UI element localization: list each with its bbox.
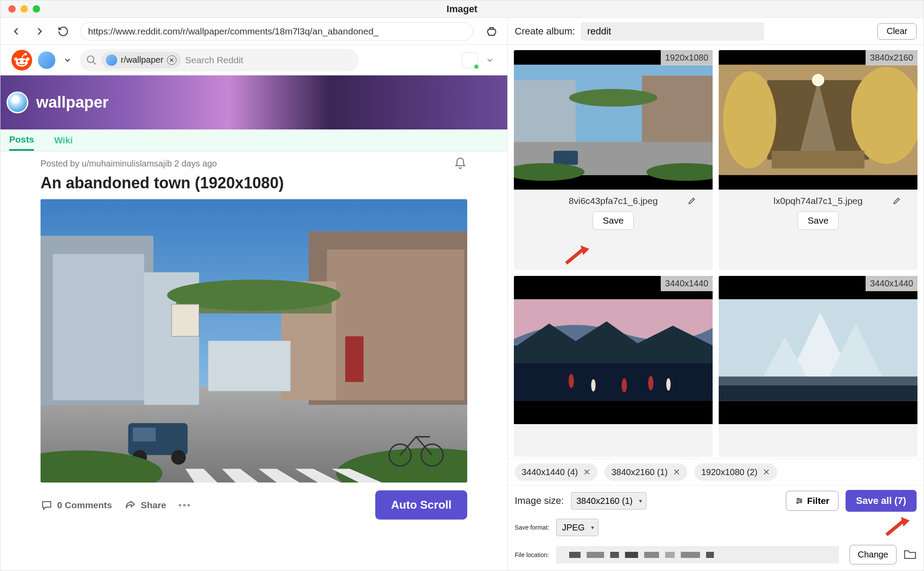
browser-toolbar: https://www.reddit.com/r/wallpaper/comme… [0, 18, 507, 45]
thumbnail-card[interactable]: 3440x1440 [719, 276, 917, 457]
window-maximize-button[interactable] [33, 5, 40, 13]
svg-point-2 [18, 60, 20, 62]
subreddit-banner: wallpaper [0, 75, 507, 129]
filter-pill[interactable]: 3840x2160 (1)✕ [605, 463, 687, 481]
save-button[interactable]: Save [593, 211, 634, 230]
post-title: An abandoned town (1920x1080) [0, 170, 507, 199]
window-close-button[interactable] [8, 5, 16, 13]
pill-remove-icon[interactable]: ✕ [763, 467, 770, 477]
save-format-select[interactable]: JPEG [556, 519, 598, 536]
refresh-button[interactable] [56, 24, 70, 38]
svg-rect-69 [719, 376, 917, 385]
post-byline: Posted by u/muhaiminulislamsajib 2 days … [41, 159, 217, 169]
svg-point-72 [797, 502, 798, 503]
url-input[interactable]: https://www.reddit.com/r/wallpaper/comme… [80, 22, 473, 41]
size-badge: 3440x1440 [661, 276, 713, 291]
user-menu-dropdown[interactable] [483, 53, 497, 67]
svg-point-6 [24, 53, 27, 55]
edit-filename-icon[interactable] [687, 196, 697, 207]
svg-point-34 [179, 504, 181, 506]
window-minimize-button[interactable] [20, 5, 28, 13]
search-icon [86, 54, 97, 66]
subreddit-tabs: Posts Wiki [0, 129, 507, 151]
pill-remove-icon[interactable]: ✕ [673, 467, 680, 477]
search-placeholder: Search Reddit [185, 55, 243, 65]
change-location-button[interactable]: Change [849, 545, 897, 564]
save-format-label: Save format: [515, 524, 549, 531]
reddit-logo-icon[interactable] [11, 49, 33, 71]
svg-point-70 [798, 498, 799, 500]
size-badge: 3440x1440 [866, 276, 917, 291]
community-avatar-icon[interactable] [38, 51, 55, 69]
svg-marker-46 [581, 245, 589, 255]
clear-button[interactable]: Clear [877, 23, 917, 40]
share-button[interactable]: Share [124, 499, 166, 511]
thumbnail-card[interactable]: 1920x1080 8vi6c43pfa7c1_6.jpeg Save [514, 50, 713, 270]
tab-posts[interactable]: Posts [9, 130, 34, 151]
save-button[interactable]: Save [798, 211, 839, 230]
post-image[interactable] [41, 199, 467, 483]
album-label: Create album: [515, 26, 575, 37]
search-chip[interactable]: r/wallpaper ✕ [102, 52, 181, 68]
comments-label: 0 Comments [57, 500, 112, 510]
more-button[interactable] [178, 503, 190, 507]
svg-point-62 [666, 378, 671, 390]
filter-button[interactable]: Filter [786, 491, 839, 511]
comment-icon [41, 499, 53, 511]
size-badge: 1920x1080 [661, 50, 713, 65]
svg-point-51 [723, 71, 776, 169]
svg-rect-32 [172, 304, 199, 336]
svg-rect-20 [133, 428, 156, 441]
svg-point-42 [569, 89, 658, 107]
save-all-button[interactable]: Save all (7) [846, 490, 917, 512]
window-title: Imaget [447, 3, 478, 15]
chip-label: r/wallpaper [121, 55, 163, 65]
thumbnail-card[interactable]: 3840x2160 lx0pqh74al7c1_5.jpeg Save [719, 50, 917, 270]
filter-pill[interactable]: 3440x1440 (4)✕ [515, 463, 598, 481]
sliders-icon [795, 496, 804, 505]
album-input[interactable] [581, 22, 764, 41]
file-location-display [556, 546, 839, 564]
svg-rect-16 [208, 341, 291, 391]
picker-button[interactable] [485, 24, 499, 38]
svg-point-35 [183, 504, 186, 506]
share-label: Share [141, 500, 166, 510]
autoscroll-button[interactable]: Auto Scroll [375, 490, 467, 520]
svg-rect-43 [554, 151, 578, 165]
filter-pill[interactable]: 1920x1080 (2)✕ [694, 463, 777, 481]
reddit-header: r/wallpaper ✕ Search Reddit [0, 45, 507, 75]
thumbnail-card[interactable]: 3440x1440 [514, 276, 713, 457]
edit-filename-icon[interactable] [892, 196, 902, 207]
svg-point-1 [16, 58, 28, 67]
thumbnail-image: 1920x1080 [514, 50, 713, 190]
downloader-panel: Create album: Clear [508, 18, 924, 571]
notify-bell-icon[interactable] [453, 156, 467, 170]
svg-rect-11 [53, 254, 144, 400]
reddit-search[interactable]: r/wallpaper ✕ Search Reddit [80, 49, 359, 71]
comments-button[interactable]: 0 Comments [41, 499, 112, 511]
filter-pills: 3440x1440 (4)✕ 3840x2160 (1)✕ 1920x1080 … [508, 459, 924, 485]
svg-rect-33 [345, 336, 363, 382]
user-avatar[interactable] [462, 52, 478, 68]
svg-point-5 [26, 57, 30, 61]
share-icon [124, 499, 136, 511]
forward-button[interactable] [33, 24, 47, 38]
pill-remove-icon[interactable]: ✕ [583, 467, 591, 477]
thumbnail-image: 3440x1440 [514, 276, 713, 424]
svg-rect-53 [772, 151, 865, 169]
folder-icon[interactable] [904, 548, 917, 561]
svg-point-60 [648, 376, 653, 390]
back-button[interactable] [9, 24, 23, 38]
file-location-label: File location: [515, 551, 549, 558]
tab-wiki[interactable]: Wiki [54, 131, 73, 150]
size-badge: 3840x2160 [866, 50, 917, 65]
thumbnail-filename: lx0pqh74al7c1_5.jpeg [774, 196, 863, 206]
svg-point-4 [14, 57, 18, 61]
community-dropdown[interactable] [61, 53, 75, 67]
chip-remove-icon[interactable]: ✕ [167, 55, 177, 65]
svg-point-58 [569, 374, 574, 387]
svg-point-7 [87, 56, 94, 62]
subreddit-icon [7, 92, 28, 113]
dots-icon [178, 503, 190, 507]
image-size-select[interactable]: 3840x2160 (1) [571, 492, 646, 510]
